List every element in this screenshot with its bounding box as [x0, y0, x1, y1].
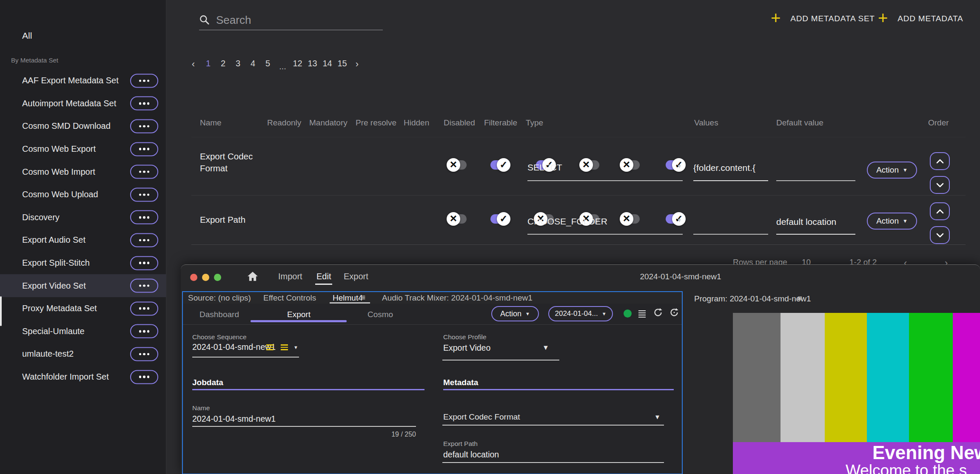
maximize-window-button[interactable]: [214, 274, 221, 281]
toggle-readonly[interactable]: [447, 158, 469, 172]
sidebar-item[interactable]: Cosmo Web Upload: [0, 183, 166, 206]
item-menu-button[interactable]: [130, 97, 158, 111]
move-up-button[interactable]: [930, 202, 950, 220]
action-button[interactable]: Action ▼: [867, 162, 917, 179]
item-menu-button[interactable]: [130, 165, 158, 179]
page-prev[interactable]: ‹: [186, 59, 201, 70]
item-menu-button[interactable]: [130, 142, 158, 156]
page-next[interactable]: ›: [350, 59, 365, 70]
sidebar-item[interactable]: AAF Export Metadata Set: [0, 69, 166, 92]
helmut-tab-dashboard[interactable]: Dashboard: [199, 310, 239, 319]
item-menu-button[interactable]: [130, 233, 158, 247]
chevron-down-icon[interactable]: ▼: [293, 345, 298, 350]
item-menu-button[interactable]: [130, 347, 158, 361]
sync-icon[interactable]: [669, 307, 679, 319]
toggle-readonly[interactable]: [447, 212, 469, 226]
name-input[interactable]: 2024-01-04-smd-new1: [192, 414, 276, 424]
helmut-sequence-dropdown[interactable]: 2024-01-04... ▼: [548, 306, 613, 321]
sidebar-item[interactable]: Cosmo Web Export: [0, 138, 166, 161]
add-metadata-button[interactable]: + ADD METADATA: [875, 11, 966, 26]
type-select[interactable]: CHOOSE_FOLDER ▾: [527, 216, 683, 227]
tab-edit[interactable]: Edit: [316, 272, 331, 281]
helmut-tab-export[interactable]: Export: [287, 310, 311, 319]
sidebar-item[interactable]: umlaute-test2: [0, 343, 166, 366]
sidebar-item[interactable]: Cosmo SMD Download: [0, 115, 166, 138]
sequence-list-icon[interactable]: [281, 344, 288, 350]
item-menu-button[interactable]: [130, 301, 158, 315]
panel-menu-icon[interactable]: ≡: [798, 294, 802, 303]
page-number[interactable]: 5: [260, 59, 275, 70]
page-number[interactable]: 4: [245, 59, 260, 70]
chevron-down-icon: [936, 182, 944, 188]
page-number[interactable]: 2: [216, 59, 231, 70]
field-underline: [192, 426, 416, 427]
panel-tab-source[interactable]: Source: (no clips): [188, 293, 251, 303]
toggle-mandatory[interactable]: [488, 158, 510, 172]
sidebar-item[interactable]: Autoimport Metadata Set: [0, 92, 166, 115]
action-dropdown-label: Action: [500, 309, 521, 318]
home-icon[interactable]: [247, 271, 258, 283]
page-ellipsis[interactable]: ...: [275, 62, 290, 73]
toggle-mandatory[interactable]: [488, 212, 510, 226]
search-input[interactable]: [215, 13, 383, 27]
type-select[interactable]: SELECT ▾: [527, 162, 683, 173]
move-up-button[interactable]: [930, 152, 950, 170]
ellipsis-icon: [139, 79, 150, 82]
export-path-input[interactable]: default location: [443, 450, 499, 460]
page-number[interactable]: 1: [201, 59, 216, 70]
panel-tab-audio-track-mixer[interactable]: Audio Track Mixer: 2024-01-04-smd-new1: [382, 293, 533, 303]
sidebar-item[interactable]: Special-Umlaute: [0, 320, 166, 343]
item-menu-button[interactable]: [130, 210, 158, 224]
field-underline: [527, 180, 683, 181]
sidebar-scrollbar[interactable]: [0, 296, 2, 326]
log-list-icon[interactable]: [638, 310, 646, 318]
helmut-tab-cosmo[interactable]: Cosmo: [368, 310, 393, 319]
page-number[interactable]: 12: [290, 59, 305, 70]
add-metadata-set-button[interactable]: + ADD METADATA SET: [768, 11, 877, 26]
helmut-action-dropdown[interactable]: Action ▼: [491, 306, 539, 321]
sidebar-item-selected[interactable]: Export Video Set: [0, 274, 166, 297]
sidebar-item[interactable]: Export Split-Stitch: [0, 252, 166, 275]
tab-export[interactable]: Export: [344, 272, 368, 281]
page-number[interactable]: 3: [231, 59, 245, 70]
item-menu-button[interactable]: [130, 74, 158, 88]
page-number[interactable]: 14: [320, 59, 335, 70]
page-number[interactable]: 15: [335, 59, 350, 70]
panel-menu-icon[interactable]: ≡: [361, 293, 365, 302]
move-down-button[interactable]: [930, 226, 950, 244]
refresh-icon[interactable]: [653, 307, 663, 319]
page-number[interactable]: 13: [305, 59, 320, 70]
item-menu-button[interactable]: [130, 324, 158, 338]
chevron-down-icon[interactable]: ▼: [654, 413, 661, 420]
action-button[interactable]: Action ▼: [867, 213, 917, 230]
close-window-button[interactable]: [190, 274, 197, 281]
item-menu-button[interactable]: [130, 187, 158, 202]
choose-sequence-value[interactable]: 2024-01-04-smd-new1: [192, 342, 276, 352]
default-value-field[interactable]: default location: [776, 217, 855, 227]
panel-tab-effect-controls[interactable]: Effect Controls: [263, 293, 316, 303]
chevron-down-icon[interactable]: ▼: [542, 344, 549, 352]
values-field[interactable]: {folder.content.{: [693, 163, 768, 173]
sidebar-item-all[interactable]: All: [22, 31, 32, 41]
tab-import[interactable]: Import: [278, 272, 302, 281]
move-down-button[interactable]: [930, 176, 950, 194]
minimize-window-button[interactable]: [202, 274, 209, 281]
export-codec-format-dropdown[interactable]: Export Codec Format: [443, 412, 520, 422]
sidebar-item[interactable]: Proxy Metadata Set: [0, 297, 166, 320]
item-menu-button[interactable]: [130, 119, 158, 133]
field-underline: [776, 180, 855, 181]
sidebar-item[interactable]: Watchfolder Import Set: [0, 366, 166, 389]
item-menu-button[interactable]: [130, 279, 158, 293]
search-field[interactable]: [199, 10, 383, 30]
sidebar-item[interactable]: Cosmo Web Import: [0, 160, 166, 183]
sidebar-item[interactable]: Export Audio Set: [0, 229, 166, 252]
sequence-select-icon[interactable]: [266, 344, 273, 350]
ellipsis-icon: [139, 239, 150, 241]
choose-profile-value[interactable]: Export Video: [443, 343, 490, 353]
item-menu-button[interactable]: [130, 370, 158, 384]
panel-tab-helmut4[interactable]: Helmut4: [333, 293, 363, 303]
item-menu-button[interactable]: [130, 256, 158, 270]
jobdata-heading: Jobdata: [192, 378, 223, 387]
sidebar-item[interactable]: Discovery: [0, 206, 166, 229]
window-titlebar[interactable]: Import Edit Export 2024-01-04-smd-new1: [181, 265, 980, 290]
